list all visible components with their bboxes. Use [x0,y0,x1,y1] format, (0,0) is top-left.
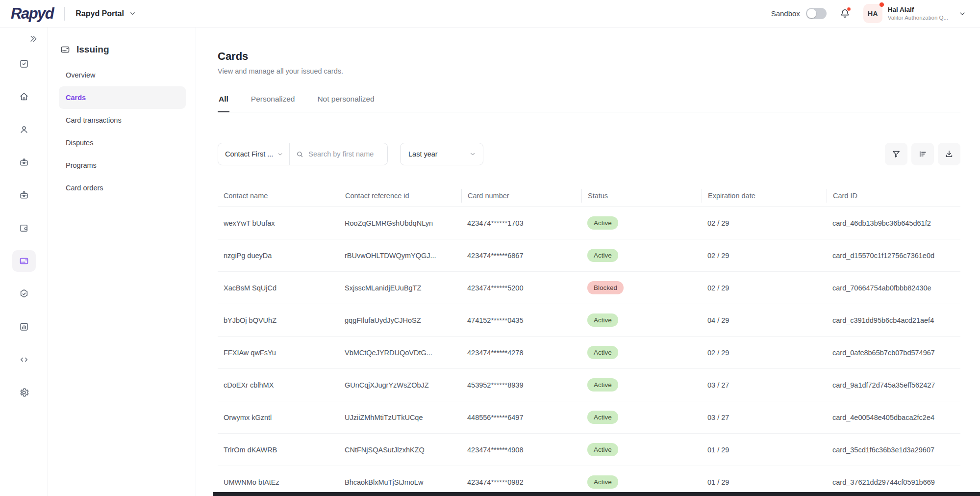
avatar: HA [863,4,882,23]
cell-expiration: 01 / 29 [702,478,827,486]
rail-item-home[interactable] [12,86,36,107]
sidebar-item-card-orders[interactable]: Card orders [59,177,186,199]
cell-reference: RooZqGLMRGshUbdqNLyn [339,219,461,227]
search-combo: Contact First ... [218,143,388,165]
chevron-down-icon [129,10,136,17]
rail-item-reports[interactable] [12,316,36,338]
sidebar-item-label: Programs [66,161,97,169]
cell-contact-name: cDoEXr cblhMX [218,381,339,389]
portal-switcher[interactable]: Rapyd Portal [75,9,136,18]
page-title: Cards [218,50,960,63]
chevron-down-icon [469,151,476,157]
toggle-knob [807,9,816,18]
rail-item-tasks[interactable] [12,53,36,75]
sidebar-item-card-transactions[interactable]: Card transactions [59,109,186,131]
cell-contact-name: wexYwT bUufax [218,219,339,227]
download-icon [944,149,954,159]
tab-personalized[interactable]: Personalized [250,95,296,112]
column-header-card-id[interactable]: Card ID [827,189,960,203]
table-row[interactable]: bYJbOj bQVUhZgqgFIlufaUydJyCJHoSZ474152*… [218,304,960,337]
tab-bar: AllPersonalizedNot personalized [218,95,960,112]
cell-card-number: 453952******8939 [461,381,581,389]
sort-button[interactable] [911,143,934,165]
table-row[interactable]: wexYwT bUufaxRooZqGLMRGshUbdqNLyn423474*… [218,207,960,239]
cell-card-number: 423474******4908 [461,446,581,454]
sandbox-toggle[interactable] [806,8,827,19]
cell-card-id: card_d15570c1f12756c7361e0d [827,252,960,260]
table-row[interactable]: TrlrOm dKAWRBCNtFNjSQASutJlzxhKZQ423474*… [218,434,960,466]
chevrons-right-icon [29,34,38,43]
column-header-contact-reference-id[interactable]: Contact reference id [339,189,461,203]
column-header-card-number[interactable]: Card number [461,189,581,203]
rail-item-card[interactable] [12,250,36,272]
sidebar-item-label: Card orders [66,184,103,192]
cell-reference: VbMCtQeJYRDUQoVDtG... [339,349,461,357]
tab-not-personalized[interactable]: Not personalized [316,95,375,112]
column-header-expiration-date[interactable]: Expiration date [702,189,827,203]
horizontal-scrollbar[interactable] [213,492,980,496]
rail-item-contacts[interactable] [12,119,36,140]
card-icon [60,44,71,55]
cell-reference: SxjsscMLanidjEUuBgTZ [339,284,461,292]
card-icon [19,256,29,266]
payin-icon [19,157,29,168]
sidebar-item-programs[interactable]: Programs [59,154,186,177]
cards-table: Contact nameContact reference idCard num… [218,185,960,496]
sidebar-item-disputes[interactable]: Disputes [59,131,186,154]
filter-bar: Contact First ... Last year [218,143,960,165]
cell-card-number: 423474******5200 [461,284,581,292]
cell-card-id: card_4e00548e405dbaca2fc2e4 [827,414,960,421]
search-icon [296,150,304,158]
user-menu[interactable]: HA Hai Alalf Valitor Authorization Q... [863,4,966,23]
search-field-selector[interactable]: Contact First ... [218,143,290,165]
tab-all[interactable]: All [218,95,229,112]
top-bar: Rapyd Rapyd Portal Sandbox HA Hai Alalf [0,0,980,27]
rail-item-settings-gear[interactable] [12,382,36,403]
rail-item-compliance-shield[interactable] [12,283,36,305]
rail-item-payin[interactable] [12,152,36,173]
reports-icon [19,321,29,332]
date-range-value: Last year [408,150,438,158]
rail-item-wallet[interactable] [12,217,36,239]
tasks-icon [19,58,29,69]
status-badge: Active [587,216,618,230]
cell-card-id: card_9a1df72d745a35eff562427 [827,381,960,389]
date-range-select[interactable]: Last year [400,143,483,165]
notifications-button[interactable] [839,8,851,19]
sidebar-title: Issuing [76,44,109,55]
sidebar-item-label: Disputes [66,139,93,147]
status-badge: Active [587,313,618,327]
cell-card-id: card_46db13b9bc36b645d61f2 [827,219,960,227]
status-badge: Active [587,475,618,489]
expand-sidebar-button[interactable] [29,32,38,45]
app-window: Rapyd Rapyd Portal Sandbox HA Hai Alalf [0,0,980,496]
cell-status: Active [581,216,702,230]
table-row[interactable]: XacBsM SqUjCdSxjsscMLanidjEUuBgTZ423474*… [218,272,960,304]
cell-contact-name: FFXIAw qwFsYu [218,349,339,357]
table-row[interactable]: Orwymx kGzntlUJziiZMhMtiTzUTkUCqe448556*… [218,401,960,434]
cell-reference: rBUvwOHLTDWQymYQGJ... [339,252,461,260]
cell-status: Active [581,313,702,327]
portal-label: Rapyd Portal [75,9,124,18]
filter-button[interactable] [885,143,907,165]
table-row[interactable]: UMWNMo bIAtEzBhcaokBlxMuTjStJmoLw423474*… [218,466,960,496]
search-input[interactable] [308,150,381,158]
table-row[interactable]: nzgiPg dueyDarBUvwOHLTDWQymYQGJ...423474… [218,239,960,272]
contacts-icon [19,124,29,135]
rail-item-payout[interactable] [12,184,36,206]
column-header-status[interactable]: Status [581,189,702,203]
main-content: Cards View and manage all your issued ca… [196,27,980,496]
sidebar-item-overview[interactable]: Overview [59,64,186,86]
cell-contact-name: TrlrOm dKAWRB [218,446,339,454]
notification-dot [847,7,851,11]
table-row[interactable]: FFXIAw qwFsYuVbMCtQeJYRDUQoVDtG...423474… [218,337,960,369]
column-header-contact-name[interactable]: Contact name [218,189,339,203]
download-button[interactable] [938,143,960,165]
cell-expiration: 02 / 29 [702,349,827,357]
wallet-icon [19,223,29,234]
sidebar-item-cards[interactable]: Cards [59,86,186,109]
rail-item-developers[interactable] [12,349,36,370]
chevron-down-icon [277,151,283,157]
table-row[interactable]: cDoEXr cblhMXGUnCqjXJugrYzWsZObJZ453952*… [218,369,960,401]
avatar-initials: HA [868,10,878,18]
